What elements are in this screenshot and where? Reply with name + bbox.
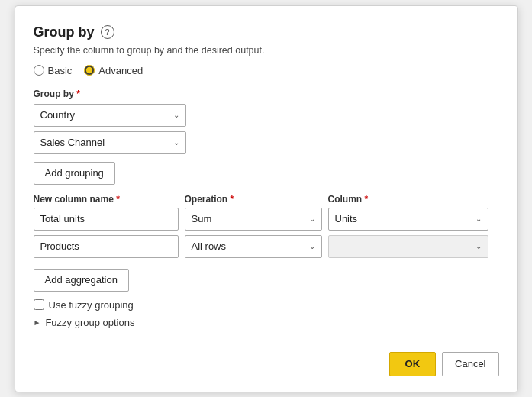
- basic-radio-label: Basic: [48, 65, 73, 76]
- fuzzy-group-options-chevron: ►: [34, 318, 41, 327]
- aggregation-row-1: All rows ⌄ ⌄: [34, 235, 499, 258]
- basic-radio[interactable]: [34, 65, 44, 76]
- column-header: Column *: [328, 194, 488, 205]
- dialog-title: Group by: [34, 24, 95, 40]
- agg-operation-arrow-0: ⌄: [309, 215, 315, 223]
- aggregation-row-0: Sum ⌄ Units ⌄: [34, 208, 499, 231]
- add-aggregation-button[interactable]: Add aggregation: [34, 269, 129, 292]
- group-by-dialog: Group by ? Specify the column to group b…: [15, 5, 518, 392]
- group-by-section: Group by * Country ⌄ Sales Channel ⌄ Add…: [34, 89, 499, 185]
- agg-name-input-1[interactable]: [34, 235, 179, 258]
- fuzzy-group-options[interactable]: ► Fuzzy group options: [34, 317, 499, 328]
- agg-operation-dropdown-1[interactable]: All rows ⌄: [185, 235, 322, 258]
- agg-name-input-0[interactable]: [34, 208, 179, 231]
- aggregation-headers: New column name * Operation * Column *: [34, 194, 499, 205]
- group-dropdown-1-value: Sales Channel: [40, 137, 105, 148]
- agg-column-arrow-0: ⌄: [476, 215, 482, 223]
- dialog-subtitle: Specify the column to group by and the d…: [34, 45, 499, 56]
- group-dropdown-1-arrow: ⌄: [173, 138, 179, 147]
- group-dropdown-1[interactable]: Sales Channel ⌄: [34, 131, 186, 154]
- advanced-radio-option[interactable]: Advanced: [84, 65, 143, 76]
- fuzzy-grouping-checkbox[interactable]: [34, 299, 44, 310]
- advanced-radio-label: Advanced: [98, 65, 143, 76]
- agg-operation-arrow-1: ⌄: [309, 242, 315, 250]
- group-dropdowns-list: Country ⌄ Sales Channel ⌄: [34, 104, 499, 154]
- fuzzy-grouping-row: Use fuzzy grouping: [34, 299, 499, 311]
- group-by-required-star: *: [76, 89, 80, 99]
- group-dropdown-0-value: Country: [40, 109, 76, 121]
- agg-column-arrow-1: ⌄: [476, 242, 482, 250]
- group-by-label: Group by *: [34, 89, 499, 99]
- new-column-name-header: New column name *: [34, 194, 179, 205]
- group-dropdown-0-arrow: ⌄: [173, 111, 179, 119]
- add-grouping-button[interactable]: Add grouping: [34, 162, 115, 185]
- ok-button[interactable]: OK: [389, 352, 437, 376]
- dialog-footer: OK Cancel: [34, 341, 499, 376]
- mode-radio-group: Basic Advanced: [34, 65, 499, 76]
- agg-operation-dropdown-0[interactable]: Sum ⌄: [185, 208, 322, 231]
- agg-column-value-0: Units: [335, 213, 358, 224]
- advanced-radio[interactable]: [84, 65, 95, 76]
- group-dropdown-0[interactable]: Country ⌄: [34, 104, 186, 127]
- fuzzy-grouping-label[interactable]: Use fuzzy grouping: [49, 299, 134, 311]
- operation-header: Operation *: [185, 194, 322, 205]
- cancel-button[interactable]: Cancel: [442, 352, 498, 376]
- aggregations-section: New column name * Operation * Column * S…: [34, 194, 499, 299]
- agg-operation-value-0: Sum: [192, 213, 212, 224]
- basic-radio-option[interactable]: Basic: [34, 65, 73, 76]
- dialog-header: Group by ?: [34, 24, 499, 40]
- agg-column-dropdown-0[interactable]: Units ⌄: [328, 208, 488, 231]
- help-icon[interactable]: ?: [101, 25, 114, 39]
- agg-operation-value-1: All rows: [192, 240, 227, 252]
- agg-column-dropdown-1: ⌄: [328, 235, 488, 258]
- fuzzy-group-options-label: Fuzzy group options: [45, 317, 134, 328]
